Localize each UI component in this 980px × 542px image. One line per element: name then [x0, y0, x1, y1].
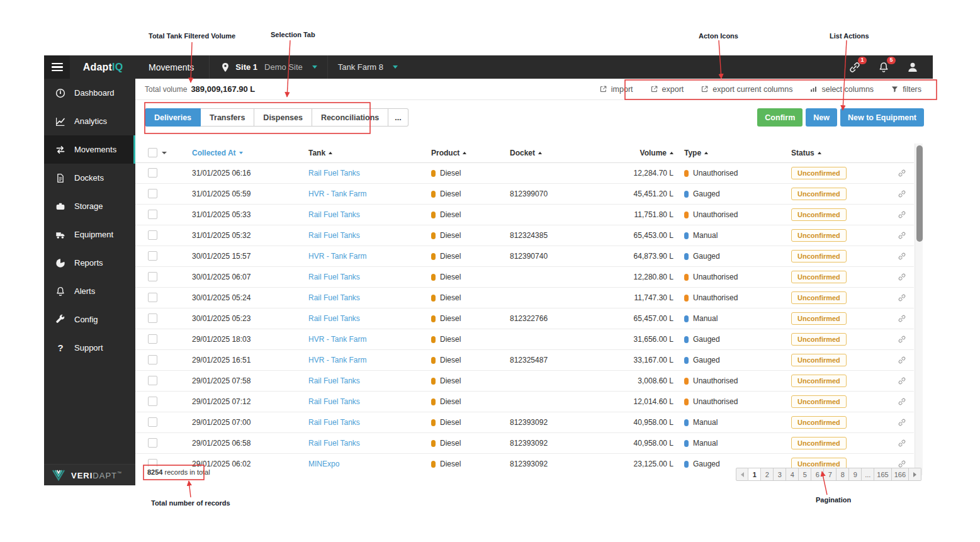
page-button-8[interactable]: 8	[836, 468, 849, 481]
tank-link[interactable]: Rail Fuel Tanks	[308, 231, 360, 240]
row-link-icon[interactable]	[898, 335, 913, 344]
row-link-icon[interactable]	[898, 252, 913, 261]
confirm-button[interactable]: Confirm	[757, 108, 803, 127]
tank-farm-selector[interactable]: Tank Farm 8	[327, 55, 408, 79]
row-checkbox[interactable]	[148, 334, 157, 344]
page-button-165[interactable]: 165	[874, 468, 891, 481]
toolbar-action-export[interactable]: export	[650, 85, 684, 94]
new-button[interactable]: New	[806, 108, 837, 127]
toolbar-action-select-columns[interactable]: select columns	[809, 85, 874, 94]
row-checkbox[interactable]	[148, 251, 157, 261]
volume-cell: 45,451.20 L	[629, 183, 675, 204]
tank-link[interactable]: Rail Fuel Tanks	[308, 314, 360, 323]
column-header-product[interactable]: Product	[422, 144, 500, 162]
tank-link[interactable]: Rail Fuel Tanks	[308, 376, 360, 385]
tank-link[interactable]: HVR - Tank Farm	[308, 335, 366, 344]
row-link-icon[interactable]	[898, 273, 913, 281]
next-page-button[interactable]	[909, 468, 921, 481]
tab-more[interactable]: ...	[388, 108, 408, 127]
user-profile-button[interactable]	[906, 61, 919, 74]
row-link-icon[interactable]	[898, 169, 913, 178]
row-checkbox[interactable]	[148, 417, 157, 427]
tab-dispenses[interactable]: Dispenses	[254, 108, 312, 127]
row-checkbox[interactable]	[148, 293, 157, 302]
sidebar-item-storage[interactable]: Storage	[44, 192, 135, 220]
row-checkbox[interactable]	[148, 230, 157, 240]
sidebar-item-movements[interactable]: Movements	[44, 135, 135, 164]
sidebar-item-alerts[interactable]: Alerts	[44, 277, 135, 305]
row-checkbox[interactable]	[148, 272, 157, 281]
page-button-2[interactable]: 2	[761, 468, 774, 481]
table-row: 30/01/2025 06:07Rail Fuel TanksDiesel12,…	[135, 266, 914, 287]
page-button-9[interactable]: 9	[849, 468, 862, 481]
tab-transfers[interactable]: Transfers	[201, 108, 254, 127]
tank-link[interactable]: HVR - Tank Farm	[308, 356, 366, 364]
tank-link[interactable]: Rail Fuel Tanks	[308, 273, 360, 281]
column-header-status[interactable]: Status	[782, 144, 895, 162]
page-button-6[interactable]: 6	[811, 468, 824, 481]
row-checkbox[interactable]	[148, 397, 157, 406]
sidebar-item-dockets[interactable]: Dockets	[44, 164, 135, 192]
tank-link[interactable]: Rail Fuel Tanks	[308, 169, 360, 178]
column-header-docket[interactable]: Docket	[500, 144, 629, 162]
tank-link[interactable]: Rail Fuel Tanks	[308, 397, 360, 406]
row-link-icon[interactable]	[898, 418, 913, 427]
tank-link[interactable]: Rail Fuel Tanks	[308, 210, 360, 219]
sidebar-item-equipment[interactable]: Equipment	[44, 220, 135, 249]
row-link-icon[interactable]	[898, 231, 913, 240]
row-checkbox[interactable]	[148, 438, 157, 448]
row-link-icon[interactable]	[898, 376, 913, 385]
column-header-volume[interactable]: Volume	[629, 144, 675, 162]
caret-down-icon[interactable]	[162, 152, 167, 154]
tank-link[interactable]: Rail Fuel Tanks	[308, 439, 360, 448]
toolbar-action-export-current-columns[interactable]: export current columns	[701, 85, 792, 94]
tank-link[interactable]: MINExpo	[308, 460, 339, 468]
table-scrollbar[interactable]	[915, 144, 923, 475]
tank-link[interactable]: Rail Fuel Tanks	[308, 418, 360, 427]
row-checkbox[interactable]	[148, 168, 157, 178]
row-checkbox[interactable]	[148, 210, 157, 219]
sidebar-item-config[interactable]: Config	[44, 305, 135, 334]
row-checkbox[interactable]	[148, 376, 157, 385]
column-header-collected-at[interactable]: Collected At	[186, 144, 299, 162]
column-header-tank[interactable]: Tank	[299, 144, 422, 162]
link-status-button[interactable]: 1	[848, 61, 861, 74]
column-header-type[interactable]: Type	[675, 144, 782, 162]
row-checkbox[interactable]	[148, 189, 157, 198]
select-all-checkbox[interactable]	[148, 148, 157, 157]
sidebar-item-support[interactable]: ?Support	[44, 334, 135, 362]
toolbar-action-filters[interactable]: filters	[891, 85, 921, 94]
row-link-icon[interactable]	[898, 210, 913, 219]
tank-link[interactable]: HVR - Tank Farm	[308, 189, 366, 198]
tab-reconciliations[interactable]: Reconciliations	[312, 108, 388, 127]
row-checkbox[interactable]	[148, 355, 157, 364]
row-link-icon[interactable]	[898, 460, 913, 468]
row-link-icon[interactable]	[898, 397, 913, 406]
scrollbar-thumb[interactable]	[916, 145, 923, 242]
new-to-equipment-button[interactable]: New to Equipment	[840, 108, 924, 127]
site-selector[interactable]: Site 1 Demo Site	[209, 55, 327, 79]
row-checkbox[interactable]	[148, 313, 157, 323]
row-link-icon[interactable]	[898, 439, 913, 448]
sidebar-item-dashboard[interactable]: Dashboard	[44, 79, 135, 107]
tank-link[interactable]: Rail Fuel Tanks	[308, 293, 360, 302]
tank-link[interactable]: HVR - Tank Farm	[308, 252, 366, 261]
page-button-166[interactable]: 166	[892, 468, 909, 481]
row-link-icon[interactable]	[898, 314, 913, 323]
row-link-icon[interactable]	[898, 189, 913, 198]
row-link-icon[interactable]	[898, 356, 913, 364]
sidebar-item-reports[interactable]: Reports	[44, 249, 135, 277]
page-button-1[interactable]: 1	[748, 468, 761, 481]
hamburger-menu-button[interactable]	[44, 55, 70, 79]
sidebar-item-analytics[interactable]: Analytics	[44, 107, 135, 135]
page-ellipsis[interactable]: ...	[862, 468, 874, 481]
notifications-bell-button[interactable]: 5	[877, 61, 890, 74]
prev-page-button[interactable]	[736, 468, 748, 481]
page-button-5[interactable]: 5	[799, 468, 811, 481]
page-button-4[interactable]: 4	[786, 468, 799, 481]
toolbar-action-import[interactable]: import	[599, 85, 633, 94]
row-link-icon[interactable]	[898, 293, 913, 302]
tab-deliveries[interactable]: Deliveries	[145, 108, 201, 127]
page-button-3[interactable]: 3	[774, 468, 786, 481]
page-button-7[interactable]: 7	[824, 468, 836, 481]
